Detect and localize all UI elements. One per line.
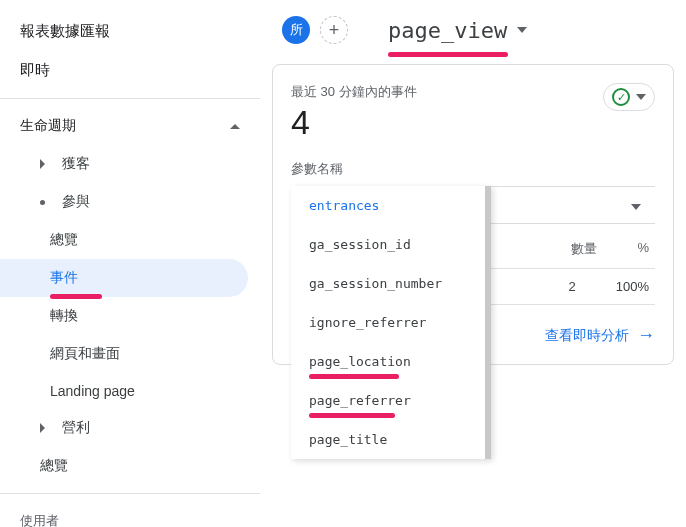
nav-section-user[interactable]: 使用者 xyxy=(0,502,260,527)
bullet-icon xyxy=(40,200,45,205)
nav-engagement[interactable]: 參與 xyxy=(0,183,260,221)
nav-monetization[interactable]: 營利 xyxy=(0,409,260,447)
card-subtitle: 最近 30 分鐘內的事件 xyxy=(291,83,417,101)
dd-option-page-location[interactable]: page_location xyxy=(291,342,485,381)
highlight-underline xyxy=(309,413,395,418)
dd-option-ignore-referrer[interactable]: ignore_referrer xyxy=(291,303,485,342)
dropdown-icon xyxy=(631,204,641,210)
dd-option-ga-session-id[interactable]: ga_session_id xyxy=(291,225,485,264)
cell-percent: 100% xyxy=(616,279,649,294)
nav-eng-events[interactable]: 事件 xyxy=(0,259,248,297)
nav-realtime[interactable]: 即時 xyxy=(0,51,260,90)
param-dropdown: entrances ga_session_id ga_session_numbe… xyxy=(291,186,491,459)
event-count: 4 xyxy=(291,103,417,142)
chevron-up-icon xyxy=(230,124,240,129)
divider xyxy=(0,98,260,99)
param-label: 參數名稱 xyxy=(291,160,655,178)
chevron-right-icon xyxy=(40,159,50,169)
tabs-bar: 所 + page_view xyxy=(272,16,674,44)
nav-eng-pages[interactable]: 網頁和畫面 xyxy=(0,335,260,373)
chevron-right-icon xyxy=(40,423,50,433)
divider xyxy=(0,493,260,494)
tab-badge[interactable]: 所 xyxy=(282,16,310,44)
dd-option-page-title[interactable]: page_title xyxy=(291,420,485,459)
nav-eng-conversions[interactable]: 轉換 xyxy=(0,297,260,335)
nav-eng-overview[interactable]: 總覽 xyxy=(0,221,260,259)
highlight-underline xyxy=(309,374,399,379)
status-indicator[interactable]: ✓ xyxy=(603,83,655,111)
arrow-right-icon: → xyxy=(637,325,655,346)
highlight-underline xyxy=(388,52,508,57)
nav-overview[interactable]: 總覽 xyxy=(0,447,260,485)
dropdown-icon xyxy=(636,94,646,100)
cell-quantity: 2 xyxy=(569,279,576,294)
sidebar: 報表數據匯報 即時 生命週期 獲客 參與 總覽 事件 轉換 網頁和畫面 Land… xyxy=(0,0,260,527)
nav-eng-landing[interactable]: Landing page xyxy=(0,373,260,409)
event-title: page_view xyxy=(388,18,507,43)
dd-option-page-referrer[interactable]: page_referrer xyxy=(291,381,485,420)
dropdown-icon xyxy=(517,27,527,33)
main-content: 所 + page_view 最近 30 分鐘內的事件 4 ✓ 參數名稱 entr… xyxy=(260,0,686,527)
col-percent: % xyxy=(637,240,649,258)
section-label: 生命週期 xyxy=(20,117,76,135)
nav-reports[interactable]: 報表數據匯報 xyxy=(0,12,260,51)
event-selector[interactable]: page_view xyxy=(388,18,527,43)
nav-section-lifecycle[interactable]: 生命週期 xyxy=(0,107,260,145)
col-quantity: 數量 xyxy=(571,240,597,258)
nav-acquisition[interactable]: 獲客 xyxy=(0,145,260,183)
dd-option-ga-session-number[interactable]: ga_session_number xyxy=(291,264,485,303)
dd-option-entrances[interactable]: entrances xyxy=(291,186,485,225)
tab-add-button[interactable]: + xyxy=(320,16,348,44)
check-icon: ✓ xyxy=(612,88,630,106)
events-card: 最近 30 分鐘內的事件 4 ✓ 參數名稱 entrances entrance… xyxy=(272,64,674,365)
